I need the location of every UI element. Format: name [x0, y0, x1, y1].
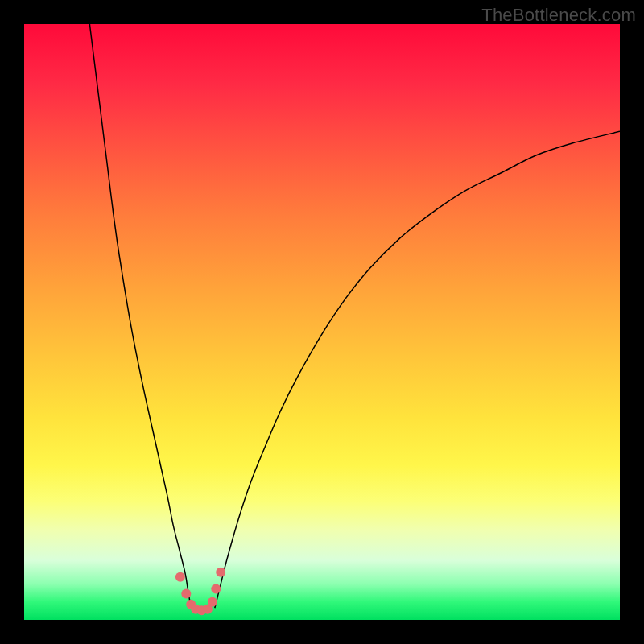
marker-point [181, 588, 191, 598]
plot-area [24, 24, 620, 620]
curve-left-branch [89, 24, 191, 608]
bottleneck-curve [24, 24, 620, 620]
watermark-label: TheBottleneck.com [481, 5, 636, 26]
marker-point [175, 572, 185, 582]
marker-point [211, 584, 221, 594]
marker-point [216, 568, 225, 577]
curve-right-branch [215, 131, 620, 608]
chart-frame: TheBottleneck.com [0, 0, 644, 644]
marker-point [208, 597, 217, 607]
